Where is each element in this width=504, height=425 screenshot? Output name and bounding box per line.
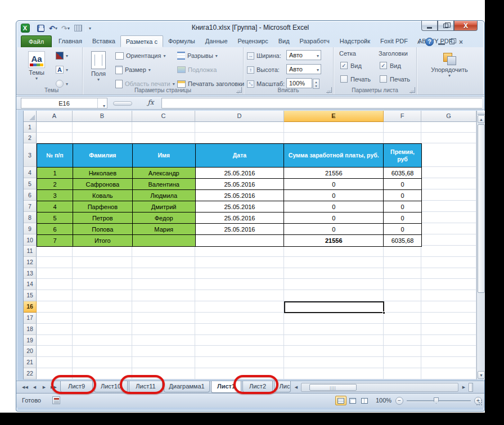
orientation-button[interactable]: Ориентация▾ [115,49,165,62]
hscroll-right-icon[interactable]: ▶ [460,383,468,392]
grid-cell[interactable] [284,246,384,257]
page-setup-dialog-launcher-icon[interactable] [236,87,242,93]
vertical-scroll-thumb[interactable] [478,124,485,293]
grid-cell[interactable] [421,167,476,178]
table-cell[interactable]: 0 [284,190,384,201]
column-header-B[interactable]: B [73,111,132,122]
sheet-tab-лист11[interactable]: Лист11 [129,381,163,392]
table-cell[interactable]: 4 [37,201,73,213]
ribbon-tab-разметка-с[interactable]: Разметка с [120,35,163,47]
column-header-G[interactable]: G [421,111,476,122]
table-cell[interactable]: 25.05.2016 [196,213,285,224]
grid-cell[interactable] [73,335,132,346]
table-cell[interactable]: 0 [384,213,421,224]
grid-cell[interactable] [132,335,195,346]
grid-cell[interactable] [384,246,421,257]
grid-cell[interactable] [73,324,132,335]
grid-cell[interactable] [37,346,73,357]
table-cell[interactable]: 2 [37,179,73,190]
table-cell[interactable]: 0 [384,179,421,190]
view-page-break-button[interactable] [359,396,370,405]
hscroll-left-icon[interactable]: ◀ [292,383,300,392]
grid-cell[interactable] [421,368,476,379]
table-cell[interactable]: Александр [133,168,196,179]
row-header-5[interactable]: 5 [24,178,37,189]
scale-to-fit-dialog-launcher-icon[interactable] [326,87,332,93]
grid-cell[interactable] [284,313,384,324]
table-cell[interactable]: 21556 [284,168,384,179]
grid-cell[interactable] [421,324,476,335]
vertical-scrollbar[interactable]: ▲ ▼ [476,111,485,379]
sheet-tab-диаграмма1[interactable]: Диаграмма1 [164,381,210,392]
table-cell[interactable]: 0 [384,201,421,213]
grid-cell[interactable] [132,279,195,290]
grid-cell[interactable] [37,324,73,335]
grid-cell[interactable] [284,279,384,290]
table-cell[interactable]: 21556 [284,235,384,246]
ribbon-tab-главная[interactable]: Главная [53,35,87,47]
gridlines-print-checkbox[interactable]: Печать [340,75,371,83]
selected-cell-E16[interactable] [284,301,384,313]
row-header-15[interactable]: 15 [24,290,37,301]
view-normal-button[interactable] [335,396,346,405]
horizontal-scroll-thumb[interactable]: |||| [309,384,357,391]
formula-bar-handle[interactable] [113,101,132,106]
grid-cell[interactable] [384,133,421,143]
grid-cell[interactable] [421,335,476,346]
grid-cell[interactable] [421,143,476,167]
grid-cell[interactable] [73,346,132,357]
breaks-button[interactable]: Разрывы▾ [177,49,218,62]
grid-cell[interactable] [421,223,476,234]
sheet-tab-лист9[interactable]: Лист9 [60,381,93,392]
column-header-E[interactable]: E [284,111,384,122]
table-cell[interactable]: 25.05.2016 [196,224,285,235]
ribbon-tab-надстройк[interactable]: Надстройк [335,35,375,47]
table-cell[interactable]: 25.05.2016 [196,190,285,201]
grid-cell[interactable] [73,122,132,133]
grid-cell[interactable] [284,357,384,368]
table-header-cell[interactable]: Дата [196,144,285,168]
table-cell[interactable]: 7 [37,235,73,246]
grid-cell[interactable] [384,301,421,313]
table-cell[interactable] [196,235,285,246]
grid-cell[interactable] [195,133,284,143]
redo-button[interactable]: ↷▾ [61,24,70,33]
grid-cell[interactable] [37,357,73,368]
grid-cell[interactable] [37,268,73,279]
table-cell[interactable]: Валентина [133,179,196,190]
grid-cell[interactable] [421,290,476,301]
gridlines-view-checkbox[interactable]: ✓Вид [340,62,362,69]
print-preview-button[interactable] [73,24,83,33]
ribbon-tab-вид[interactable]: Вид [273,35,295,47]
grid-cell[interactable] [132,246,195,257]
grid-cell[interactable] [37,133,73,143]
minimize-button[interactable] [421,21,438,31]
grid-cell[interactable] [421,212,476,223]
grid-cell[interactable] [421,268,476,279]
grid-cell[interactable] [37,246,73,257]
grid-cell[interactable] [421,313,476,324]
grid-cell[interactable] [195,257,284,268]
themes-button[interactable]: Aa Темы ▾ [23,49,50,86]
grid-cell[interactable] [421,234,476,246]
excel-logo-icon[interactable]: X [20,24,30,33]
table-cell[interactable]: 0 [384,224,421,235]
grid-cell[interactable] [37,257,73,268]
fit-width-combo[interactable]: Авто▾ [286,50,321,60]
zoom-level-label[interactable]: 100% [376,397,392,404]
grid-cell[interactable] [195,268,284,279]
grid-cell[interactable] [132,133,195,143]
grid-cell[interactable] [132,301,195,313]
close-button[interactable]: X [454,21,478,31]
row-header-6[interactable]: 6 [24,189,37,201]
insert-function-button[interactable]: ƒx [143,98,158,108]
grid-cell[interactable] [37,122,73,133]
grid-cell[interactable] [132,268,195,279]
row-header-3[interactable]: 3 [24,143,37,167]
resize-grip[interactable] [476,399,483,406]
grid-cell[interactable] [132,122,195,133]
row-header-20[interactable]: 20 [24,346,37,357]
ribbon-tab-формулы[interactable]: Формулы [163,35,200,47]
grid-cell[interactable] [132,346,195,357]
sheet-tab-лист10[interactable]: Лист10 [94,381,128,392]
